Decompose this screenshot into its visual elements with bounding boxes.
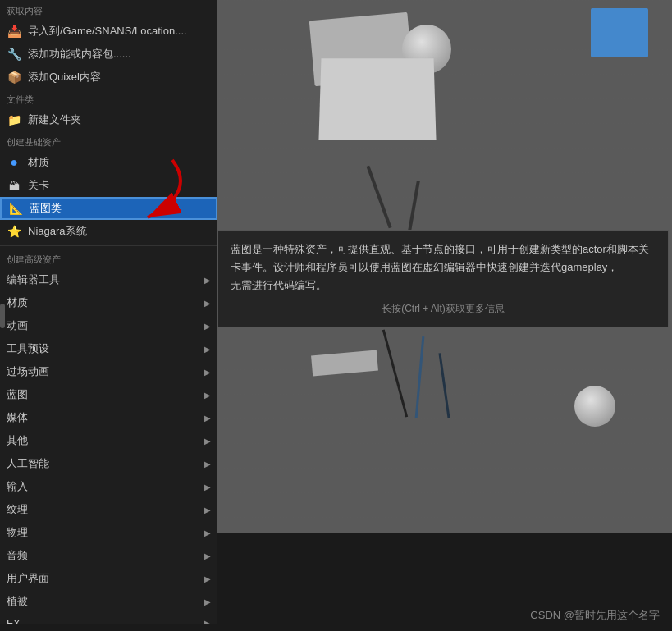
menu-item-editor-tools[interactable]: 编辑器工具 ▶ <box>0 268 217 291</box>
animation-label: 动画 <box>7 318 28 333</box>
foliage-arrow: ▶ <box>204 597 211 606</box>
keycard-icon: 🏔 <box>7 178 21 193</box>
section-header-file-types: 文件类 <box>0 89 217 108</box>
blueprint2-label: 蓝图 <box>7 387 28 402</box>
import-icon: 📥 <box>7 24 21 39</box>
tooltip-hint: 长按(Ctrl + Alt)获取更多信息 <box>231 301 656 317</box>
menu-item-audio[interactable]: 音频 ▶ <box>0 544 217 567</box>
left-panel: 获取内容 📥 导入到/Game/SNANS/Location.... 🔧 添加功… <box>0 0 217 624</box>
menu-item-ui[interactable]: 用户界面 ▶ <box>0 567 217 590</box>
menu-item-niagara[interactable]: ⭐ Niagara系统 <box>0 220 217 243</box>
texture-label: 纹理 <box>7 502 28 517</box>
menu-item-fx[interactable]: FX ▶ <box>0 613 217 624</box>
physics-arrow: ▶ <box>204 528 211 537</box>
menu-item-foliage[interactable]: 植被 ▶ <box>0 590 217 613</box>
divider-1 <box>0 245 217 246</box>
viewport-object-3 <box>318 58 436 140</box>
audio-label: 音频 <box>7 548 28 563</box>
tool-presets-arrow: ▶ <box>204 345 211 354</box>
editor-tools-label: 编辑器工具 <box>7 272 60 287</box>
input-label: 输入 <box>7 479 28 494</box>
menu-item-other[interactable]: 其他 ▶ <box>0 429 217 452</box>
tooltip-body: 蓝图是一种特殊资产，可提供直观、基于节点的接口，可用于创建新类型的actor和脚… <box>231 240 656 295</box>
menu-item-texture[interactable]: 纹理 ▶ <box>0 498 217 521</box>
ai-arrow: ▶ <box>204 460 211 469</box>
media-arrow: ▶ <box>204 414 211 423</box>
physics-label: 物理 <box>7 525 28 540</box>
materials2-arrow: ▶ <box>204 299 211 308</box>
ui-arrow: ▶ <box>204 574 211 583</box>
menu-item-transition[interactable]: 过场动画 ▶ <box>0 360 217 383</box>
fx-arrow: ▶ <box>204 619 211 624</box>
menu-item-ai[interactable]: 人工智能 ▶ <box>0 452 217 475</box>
ai-label: 人工智能 <box>7 456 49 471</box>
input-arrow: ▶ <box>204 482 211 492</box>
section-header-advanced-assets: 创建高级资产 <box>0 249 217 268</box>
add-quixel-icon: 📦 <box>7 70 21 85</box>
animation-arrow: ▶ <box>204 322 211 331</box>
material-icon: ● <box>7 155 21 170</box>
scroll-indicator[interactable] <box>0 304 5 328</box>
menu-item-tool-presets[interactable]: 工具预设 ▶ <box>0 337 217 360</box>
menu-item-add-feature[interactable]: 🔧 添加功能或内容包...... <box>0 43 217 66</box>
add-quixel-label: 添加Quixel内容 <box>28 70 101 85</box>
transition-arrow: ▶ <box>204 368 211 377</box>
watermark: CSDN @暂时先用这个名字 <box>530 608 660 623</box>
menu-item-keycard[interactable]: 🏔 关卡 <box>0 174 217 197</box>
media-label: 媒体 <box>7 410 28 425</box>
editor-tools-arrow: ▶ <box>204 276 211 285</box>
menu-item-blueprint2[interactable]: 蓝图 ▶ <box>0 383 217 406</box>
blueprint-label: 蓝图类 <box>30 201 62 216</box>
menu-item-blueprint[interactable]: 📐 蓝图类 <box>0 197 217 220</box>
transition-label: 过场动画 <box>7 364 49 379</box>
add-feature-icon: 🔧 <box>7 47 21 62</box>
audio-arrow: ▶ <box>204 551 211 560</box>
other-arrow: ▶ <box>204 437 211 446</box>
section-header-basic-assets: 创建基础资产 <box>0 131 217 151</box>
new-folder-label: 新建文件夹 <box>28 112 81 127</box>
import-label: 导入到/Game/SNANS/Location.... <box>28 24 187 39</box>
texture-arrow: ▶ <box>204 505 211 514</box>
menu-item-new-folder[interactable]: 📁 新建文件夹 <box>0 108 217 131</box>
fx-label: FX <box>7 617 21 624</box>
blueprint2-arrow: ▶ <box>204 391 211 400</box>
keycard-label: 关卡 <box>28 178 49 193</box>
foliage-label: 植被 <box>7 594 28 609</box>
new-folder-icon: 📁 <box>7 112 21 127</box>
menu-item-physics[interactable]: 物理 ▶ <box>0 521 217 544</box>
other-label: 其他 <box>7 433 28 448</box>
viewport-sphere-2 <box>574 386 615 427</box>
menu-item-animation[interactable]: 动画 ▶ <box>0 314 217 337</box>
add-feature-label: 添加功能或内容包...... <box>28 47 131 62</box>
section-header-get-content: 获取内容 <box>0 0 217 20</box>
tool-presets-label: 工具预设 <box>7 341 49 356</box>
tooltip-box: 蓝图是一种特殊资产，可提供直观、基于节点的接口，可用于创建新类型的actor和脚… <box>217 230 669 327</box>
menu-item-input[interactable]: 输入 ▶ <box>0 475 217 498</box>
materials2-label: 材质 <box>7 295 28 310</box>
menu-item-material[interactable]: ● 材质 <box>0 151 217 174</box>
ui-label: 用户界面 <box>7 571 49 586</box>
viewport-object-2 <box>591 8 648 57</box>
menu-item-add-quixel[interactable]: 📦 添加Quixel内容 <box>0 66 217 89</box>
niagara-icon: ⭐ <box>7 224 21 239</box>
menu-item-materials2[interactable]: 材质 ▶ <box>0 291 217 314</box>
niagara-label: Niagara系统 <box>28 224 87 239</box>
menu-item-import[interactable]: 📥 导入到/Game/SNANS/Location.... <box>0 20 217 43</box>
blueprint-icon: 📐 <box>8 201 23 216</box>
material-label: 材质 <box>28 155 49 170</box>
menu-item-media[interactable]: 媒体 ▶ <box>0 406 217 429</box>
